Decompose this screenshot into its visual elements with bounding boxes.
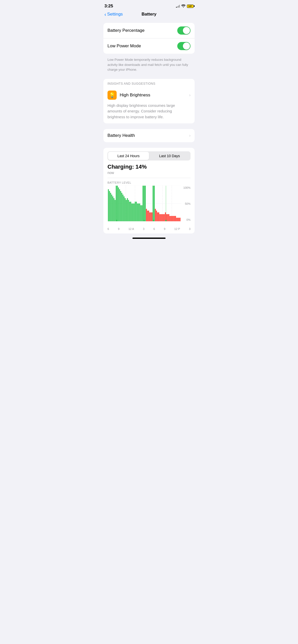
nav-bar: ‹ Settings Battery: [99, 10, 199, 20]
svg-rect-69: [169, 216, 170, 221]
x-label-12p: 12 P: [174, 227, 180, 230]
svg-rect-26: [121, 193, 122, 221]
signal-icon: [176, 5, 180, 8]
svg-rect-18: [112, 196, 113, 221]
svg-rect-39: [136, 202, 137, 221]
graph-card: Last 24 Hours Last 10 Days Charging: 14%…: [103, 148, 195, 233]
x-label-3b: 3: [189, 227, 191, 230]
x-label-12a: 12 A: [128, 227, 134, 230]
svg-rect-34: [130, 202, 131, 221]
svg-rect-36: [132, 203, 133, 221]
battery-health-chevron-icon: ›: [189, 133, 191, 138]
battery-health-row[interactable]: Battery Health ›: [103, 129, 195, 142]
svg-rect-31: [127, 198, 128, 221]
svg-rect-27: [123, 195, 124, 221]
svg-rect-41: [138, 203, 139, 221]
battery-chart: [107, 186, 181, 221]
svg-rect-62: [162, 214, 163, 221]
svg-rect-48: [146, 209, 147, 221]
svg-rect-40: [137, 203, 138, 221]
back-button[interactable]: ‹ Settings: [104, 12, 123, 17]
svg-point-82: [165, 220, 167, 221]
y-label-100: 100%: [181, 186, 191, 189]
svg-rect-45: [143, 186, 144, 221]
insight-title: High Brightness: [120, 93, 186, 98]
svg-rect-22: [117, 186, 118, 221]
status-time: 3:25: [104, 4, 113, 9]
svg-rect-58: [157, 212, 158, 221]
svg-rect-49: [147, 211, 148, 221]
svg-rect-47: [145, 186, 146, 221]
last-24-hours-button[interactable]: Last 24 Hours: [108, 152, 149, 160]
svg-rect-70: [171, 216, 172, 221]
back-chevron-icon: ‹: [104, 12, 106, 17]
charging-title: Charging: 14%: [107, 164, 191, 170]
back-label: Settings: [107, 12, 123, 17]
svg-rect-28: [124, 196, 125, 221]
wifi-icon: [181, 4, 185, 8]
charging-time: now: [107, 171, 191, 175]
svg-rect-52: [151, 212, 152, 221]
low-power-mode-row[interactable]: Low Power Mode: [103, 38, 195, 54]
x-label-3a: 3: [143, 227, 144, 230]
battery-health-card[interactable]: Battery Health ›: [103, 129, 195, 142]
low-power-mode-toggle[interactable]: [177, 42, 191, 50]
svg-rect-53: [152, 212, 153, 221]
insights-card: INSIGHTS AND SUGGESTIONS 💡 High Brightne…: [103, 79, 195, 124]
x-label-9b: 9: [164, 227, 165, 230]
page-title: Battery: [142, 12, 157, 17]
brightness-icon: 💡: [107, 91, 117, 100]
toggles-card: Battery Percentage Low Power Mode: [103, 23, 195, 54]
time-selector[interactable]: Last 24 Hours Last 10 Days: [107, 151, 191, 160]
svg-rect-15: [109, 191, 110, 221]
battery-percentage-label: Battery Percentage: [107, 28, 145, 33]
content: Battery Percentage Low Power Mode Low Po…: [99, 20, 199, 233]
home-indicator: [132, 238, 166, 239]
svg-rect-68: [168, 214, 169, 221]
svg-rect-25: [120, 191, 121, 221]
svg-rect-20: [115, 200, 116, 221]
svg-rect-55: [154, 186, 155, 221]
svg-rect-77: [179, 218, 180, 221]
x-label-6a: 6: [107, 227, 109, 230]
svg-rect-14: [108, 189, 109, 221]
status-bar: 3:25 14+: [99, 0, 199, 10]
battery-percentage-toggle[interactable]: [177, 26, 191, 35]
svg-rect-23: [118, 187, 119, 221]
svg-rect-38: [135, 202, 136, 221]
status-icons: 14+: [176, 4, 194, 8]
svg-rect-56: [155, 209, 156, 221]
battery-health-label: Battery Health: [107, 133, 135, 138]
svg-point-81: [153, 220, 154, 221]
svg-rect-32: [128, 200, 129, 221]
svg-rect-43: [140, 205, 141, 221]
svg-rect-61: [160, 214, 161, 221]
high-brightness-row[interactable]: 💡 High Brightness ›: [103, 87, 195, 103]
x-label-6b: 6: [153, 227, 155, 230]
svg-rect-51: [149, 212, 150, 221]
x-label-9a: 9: [118, 227, 119, 230]
svg-point-79: [116, 220, 117, 221]
battery-status-icon: 14+: [187, 5, 194, 8]
svg-rect-44: [142, 205, 143, 221]
battery-percent-label: 14+: [187, 5, 193, 7]
svg-rect-63: [163, 214, 164, 221]
svg-rect-60: [159, 214, 160, 221]
svg-rect-29: [125, 198, 126, 221]
svg-rect-33: [129, 202, 130, 221]
svg-rect-76: [177, 218, 178, 221]
low-power-mode-label: Low Power Mode: [107, 43, 141, 49]
svg-rect-50: [148, 211, 149, 221]
insight-chevron-icon: ›: [189, 93, 191, 97]
battery-percentage-row[interactable]: Battery Percentage: [103, 23, 195, 38]
chart-container: BATTERY LEVEL: [107, 178, 191, 230]
svg-rect-30: [126, 200, 127, 221]
last-10-days-button[interactable]: Last 10 Days: [149, 152, 190, 160]
svg-rect-73: [174, 216, 175, 221]
svg-rect-54: [153, 186, 154, 221]
svg-rect-71: [172, 216, 173, 221]
low-power-description: Low Power Mode temporarily reduces backg…: [103, 56, 195, 76]
svg-rect-46: [144, 186, 145, 221]
svg-rect-17: [111, 195, 112, 221]
svg-rect-57: [156, 211, 157, 221]
